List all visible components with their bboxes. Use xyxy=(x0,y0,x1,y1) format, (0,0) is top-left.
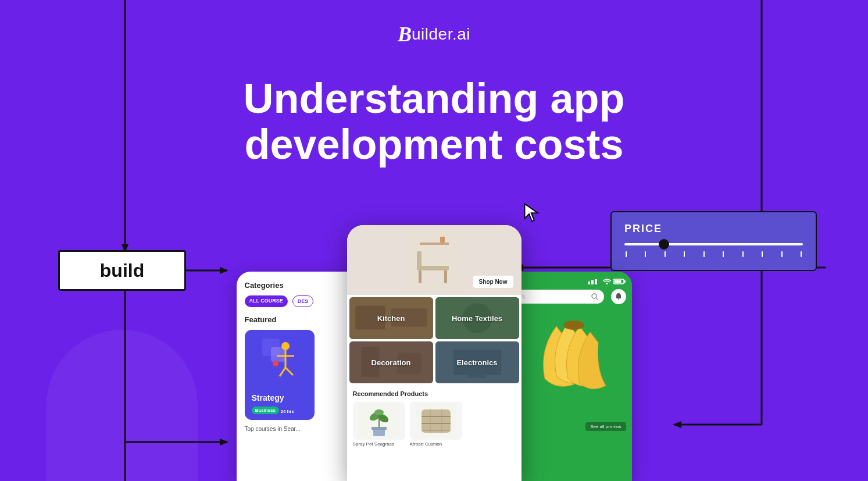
svg-rect-29 xyxy=(444,270,447,283)
cushion-product-name: Afroart Cushion xyxy=(410,441,462,447)
svg-rect-40 xyxy=(468,375,486,378)
grid-item-decoration[interactable]: Decoration xyxy=(349,341,433,383)
featured-label: Featured xyxy=(245,315,356,324)
tick xyxy=(742,251,744,257)
heading-line1: Understanding app xyxy=(243,76,624,122)
tick xyxy=(665,251,666,257)
tab-all-course[interactable]: ALL COURSE xyxy=(245,295,288,307)
kitchen-label: Kitchen xyxy=(377,314,405,323)
logo: B uilder.ai xyxy=(398,22,470,47)
svg-rect-23 xyxy=(408,231,460,289)
recommended-section: Recommended Products xyxy=(347,386,521,449)
product-cushion: Afroart Cushion xyxy=(410,402,462,447)
main-heading: Understanding app development costs xyxy=(243,76,624,168)
svg-rect-24 xyxy=(420,243,449,245)
build-box: build xyxy=(58,250,186,291)
svg-line-20 xyxy=(280,368,285,376)
signal-icon xyxy=(588,279,601,284)
card-strategy-title: Strategy xyxy=(252,393,284,402)
svg-rect-56 xyxy=(591,280,594,284)
svg-rect-55 xyxy=(588,282,590,284)
stick-figure-icon xyxy=(259,336,300,382)
products-row: Spray Pot Seagrass xyxy=(353,402,516,447)
shop-now-button[interactable]: Shop Now xyxy=(473,276,513,288)
card-business-tag: Business xyxy=(252,407,280,414)
search-bar[interactable]: ucts xyxy=(510,290,604,304)
categories-label: Categories xyxy=(245,281,356,290)
svg-point-47 xyxy=(374,409,384,415)
plant-icon xyxy=(359,404,399,439)
phone-home-goods: Shop Now Kitchen Home Textiles xyxy=(347,225,521,481)
promo-banner: See all promos xyxy=(504,309,632,437)
svg-rect-27 xyxy=(417,251,422,268)
featured-card: Strategy Business 24 hrs xyxy=(245,330,315,420)
svg-rect-60 xyxy=(624,280,626,283)
svg-rect-61 xyxy=(614,280,621,283)
tick xyxy=(762,251,763,257)
plant-image xyxy=(353,402,405,440)
grocery-top-bar: ucts xyxy=(504,272,632,309)
plant-product-name: Spray Pot Seagrass xyxy=(353,441,405,447)
search-placeholder-text: ucts xyxy=(516,294,588,300)
tick xyxy=(723,251,724,257)
see-all-promos[interactable]: See all promos xyxy=(585,422,626,431)
logo-b-char: B xyxy=(398,22,412,47)
svg-point-62 xyxy=(592,294,596,298)
slider-track[interactable] xyxy=(624,243,803,245)
slider-ticks xyxy=(624,251,803,257)
slider-thumb[interactable] xyxy=(659,239,669,250)
grid-item-kitchen[interactable]: Kitchen xyxy=(349,297,433,339)
top-courses-label: Top courses in Sear... xyxy=(245,426,356,432)
svg-rect-57 xyxy=(595,279,597,284)
svg-rect-26 xyxy=(417,266,449,270)
electronics-label: Electronics xyxy=(456,358,497,367)
banana-icon xyxy=(516,315,620,408)
heading-line2: development costs xyxy=(243,122,624,168)
svg-rect-43 xyxy=(372,427,387,430)
home-textiles-label: Home Textiles xyxy=(452,314,502,323)
decorative-quarter-circle xyxy=(47,330,198,481)
tab-des[interactable]: DES xyxy=(292,295,314,307)
notification-bell[interactable] xyxy=(611,289,626,304)
cushion-image xyxy=(410,402,462,440)
logo-rest-text: uilder.ai xyxy=(412,25,470,44)
wifi-icon xyxy=(603,279,611,284)
svg-line-21 xyxy=(285,368,293,375)
recommended-label: Recommended Products xyxy=(353,390,516,397)
svg-line-63 xyxy=(596,298,598,300)
product-plant: Spray Pot Seagrass xyxy=(353,402,405,447)
svg-rect-28 xyxy=(419,270,422,283)
build-label: build xyxy=(100,260,144,282)
phone-grocery: ucts xyxy=(504,272,632,481)
card-hours: 24 hrs xyxy=(281,409,295,414)
status-bar xyxy=(510,279,626,284)
hero-banner: Shop Now xyxy=(347,225,521,295)
svg-point-17 xyxy=(281,342,290,350)
price-slider-box[interactable]: PRICE xyxy=(610,211,817,271)
price-label: PRICE xyxy=(624,223,803,235)
bell-icon xyxy=(615,293,623,301)
svg-point-64 xyxy=(563,320,584,330)
tick xyxy=(684,251,685,257)
phone-tabs: ALL COURSE DES xyxy=(245,295,356,307)
battery-icon xyxy=(613,279,626,284)
svg-point-58 xyxy=(606,283,608,284)
chair-icon xyxy=(408,231,460,289)
svg-rect-49 xyxy=(422,409,451,433)
svg-point-22 xyxy=(273,361,278,366)
phones-container: Categories ALL COURSE DES Featured xyxy=(237,225,632,481)
tick xyxy=(703,251,705,257)
phone-courses: Categories ALL COURSE DES Featured xyxy=(237,272,365,481)
grid-item-textiles[interactable]: Home Textiles xyxy=(435,297,519,339)
search-icon xyxy=(591,293,598,300)
cushion-icon xyxy=(416,404,456,439)
search-row: ucts xyxy=(510,289,626,304)
tick xyxy=(645,251,646,257)
tick xyxy=(781,251,783,257)
tick xyxy=(801,251,802,257)
category-grid: Kitchen Home Textiles Decoration xyxy=(347,295,521,386)
decoration-label: Decoration xyxy=(372,358,411,367)
svg-rect-25 xyxy=(440,237,445,243)
cursor-icon xyxy=(523,202,541,223)
grid-item-electronics[interactable]: Electronics xyxy=(435,341,519,383)
